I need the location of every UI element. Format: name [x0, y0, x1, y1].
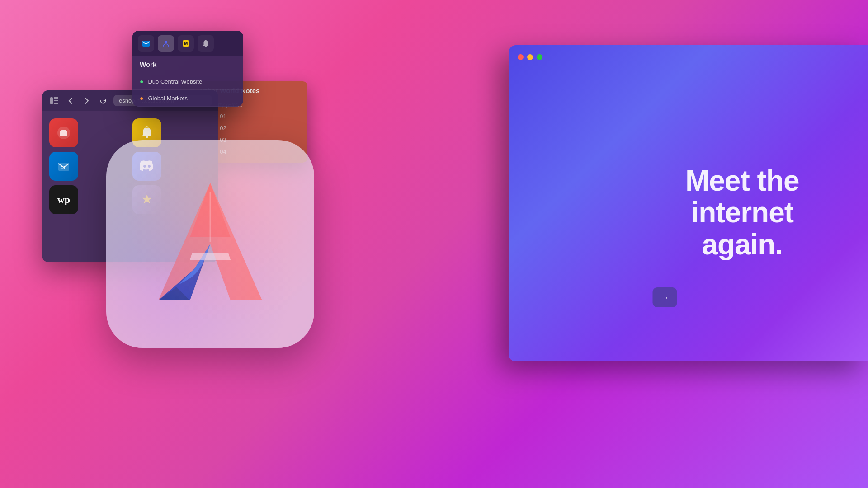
tab-outlook-icon[interactable] [138, 35, 154, 52]
tab-miro-icon[interactable]: M [178, 35, 194, 52]
tab-panel-header: M [132, 31, 243, 56]
svg-point-5 [146, 136, 148, 138]
svg-text:M: M [184, 41, 188, 46]
tagline-line1: Meet the [652, 165, 832, 197]
tab-item-global-markets[interactable]: ● Global Markets [132, 90, 243, 107]
tab-work-section: Work [132, 56, 243, 73]
duo-central-label: Duo Central Website [148, 78, 202, 85]
tab-teams-icon[interactable] [158, 35, 174, 52]
main-tagline: Meet the internet again. [652, 165, 832, 260]
traffic-red-dot[interactable] [518, 54, 524, 60]
duo-central-status-dot: ● [140, 78, 143, 85]
forward-button[interactable] [81, 96, 93, 106]
sidebar-toggle-button[interactable] [48, 96, 60, 106]
reeder-app-icon[interactable] [49, 118, 78, 147]
reload-button[interactable] [97, 96, 109, 106]
tab-notifications-icon[interactable] [198, 35, 214, 52]
svg-point-6 [146, 127, 148, 129]
svg-rect-3 [54, 103, 58, 104]
washington-post-app-icon[interactable]: wp [49, 185, 78, 214]
work-section-label: Work [140, 61, 156, 68]
svg-point-10 [165, 41, 167, 43]
app-icon-background [106, 140, 314, 348]
wp-label: wp [57, 194, 70, 206]
tagline-line2: internet again. [652, 197, 832, 260]
back-button[interactable] [65, 96, 76, 106]
traffic-lights [518, 54, 542, 60]
tab-item-duo-central[interactable]: ● Duo Central Website [132, 73, 243, 90]
svg-point-13 [205, 46, 207, 47]
svg-text:Ol: Ol [61, 165, 65, 170]
svg-rect-9 [142, 41, 150, 47]
global-markets-label: Global Markets [148, 95, 187, 102]
main-browser-content: Meet the internet again. → [652, 165, 832, 307]
traffic-yellow-dot[interactable] [527, 54, 533, 60]
main-browser-window: Meet the internet again. → [509, 45, 868, 361]
global-markets-status-dot: ● [140, 94, 143, 102]
traffic-green-dot[interactable] [537, 54, 542, 60]
svg-rect-0 [50, 97, 53, 104]
app-icon-large [106, 140, 314, 348]
tab-panel: M Work ● Duo Central Website ● Global Ma… [132, 31, 243, 107]
svg-rect-2 [54, 100, 58, 101]
outlook-app-icon[interactable]: Ol [49, 152, 78, 181]
cta-button[interactable]: → [652, 287, 677, 307]
svg-rect-1 [54, 97, 58, 99]
cta-arrow-icon: → [660, 292, 669, 303]
